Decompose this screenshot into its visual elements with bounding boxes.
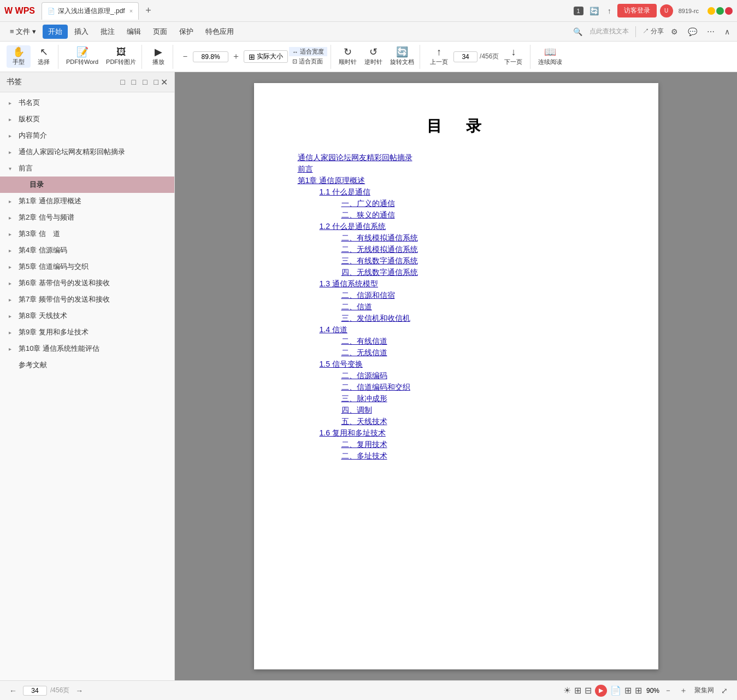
toc-entry-24[interactable]: 1.6 复用和多址技术 bbox=[298, 428, 615, 438]
collapse-icon[interactable]: ∧ bbox=[722, 26, 733, 37]
visit-login-button[interactable]: 访客登录 bbox=[617, 4, 657, 17]
toc-entry-16[interactable]: 二、有线信道 bbox=[298, 337, 615, 346]
toc-entry-14[interactable]: 三、发信机和收信机 bbox=[298, 314, 615, 323]
toc-entry-20[interactable]: 二、信道编码和交织 bbox=[298, 383, 615, 392]
select-tool-button[interactable]: ↖ 选择 bbox=[32, 45, 56, 68]
sidebar-item-12[interactable]: ▸第7章 频带信号的发送和接收 bbox=[0, 291, 174, 308]
fullscreen-button[interactable]: ⤢ bbox=[718, 685, 730, 696]
toc-entry-9[interactable]: 三、有线数字通信系统 bbox=[298, 256, 615, 266]
sidebar-item-4[interactable]: ▾前言 bbox=[0, 160, 174, 177]
toc-entry-10[interactable]: 四、无线数字通信系统 bbox=[298, 268, 615, 278]
menu-protect[interactable]: 保护 bbox=[174, 25, 199, 39]
clockwise-button[interactable]: ↻ 顺时针 bbox=[335, 45, 360, 68]
play-button[interactable]: ▶ 播放 bbox=[146, 45, 170, 68]
toc-entry-8[interactable]: 二、无线模拟通信系统 bbox=[298, 245, 615, 255]
toc-entry-23[interactable]: 五、天线技术 bbox=[298, 417, 615, 427]
zoom-input[interactable] bbox=[193, 51, 228, 62]
toc-entry-17[interactable]: 二、无线信道 bbox=[298, 348, 615, 358]
share-button[interactable]: ↗ 分享 bbox=[642, 27, 664, 36]
sidebar-item-9[interactable]: ▸第4章 信源编码 bbox=[0, 242, 174, 258]
sidebar-item-0[interactable]: ▸书名页 bbox=[0, 95, 174, 111]
sidebar-close-button[interactable]: ✕ bbox=[161, 77, 168, 87]
toc-entry-22[interactable]: 四、调制 bbox=[298, 405, 615, 415]
menu-comment[interactable]: 批注 bbox=[95, 25, 120, 39]
toc-entry-18[interactable]: 1.5 信号变换 bbox=[298, 360, 615, 369]
close-button[interactable] bbox=[725, 7, 733, 15]
toc-entry-5[interactable]: 二、狭义的通信 bbox=[298, 210, 615, 220]
zoom-decrease-button[interactable]: － bbox=[662, 685, 675, 697]
status-book-icon[interactable]: 📄 bbox=[610, 685, 621, 696]
minimize-button[interactable] bbox=[707, 7, 715, 15]
sidebar-item-15[interactable]: ▸第10章 通信系统性能评估 bbox=[0, 340, 174, 357]
status-grid-icon[interactable]: ⊞ bbox=[574, 685, 581, 696]
sidebar-item-10[interactable]: ▸第5章 信道编码与交织 bbox=[0, 258, 174, 275]
toc-entry-19[interactable]: 二、信源编码 bbox=[298, 371, 615, 381]
toc-entry-1[interactable]: 前言 bbox=[298, 164, 615, 174]
toc-entry-21[interactable]: 三、脉冲成形 bbox=[298, 394, 615, 404]
sidebar-icon2[interactable]: □ bbox=[129, 77, 138, 87]
status-play-icon[interactable]: ▶ bbox=[595, 685, 607, 697]
actual-size-button[interactable]: ⊞ 实际大小 bbox=[244, 50, 288, 63]
status-page-input[interactable] bbox=[23, 686, 47, 696]
settings-icon[interactable]: ⚙ bbox=[668, 26, 681, 37]
toc-entry-7[interactable]: 二、有线模拟通信系统 bbox=[298, 233, 615, 243]
new-tab-button[interactable]: + bbox=[141, 5, 156, 16]
sidebar-item-3[interactable]: ▸通信人家园论坛网友精彩回帖摘录 bbox=[0, 144, 174, 160]
titlebar-icon1[interactable]: 🔄 bbox=[587, 5, 602, 16]
menu-insert[interactable]: 插入 bbox=[69, 25, 94, 39]
sidebar-icon4[interactable]: □ bbox=[152, 77, 161, 87]
sidebar-icon1[interactable]: □ bbox=[118, 77, 127, 87]
toc-entry-11[interactable]: 1.3 通信系统模型 bbox=[298, 279, 615, 289]
chat-icon[interactable]: 💬 bbox=[685, 26, 700, 37]
toc-entry-26[interactable]: 二、多址技术 bbox=[298, 451, 615, 461]
toc-entry-2[interactable]: 第1章 通信原理概述 bbox=[298, 176, 615, 186]
pdf-to-img-button[interactable]: 🖼 PDF转图片 bbox=[103, 45, 139, 68]
menu-special[interactable]: 特色应用 bbox=[200, 25, 239, 39]
sidebar-item-7[interactable]: ▸第2章 信号与频谱 bbox=[0, 209, 174, 226]
sidebar-item-11[interactable]: ▸第6章 基带信号的发送和接收 bbox=[0, 275, 174, 291]
status-sun-icon[interactable]: ☀ bbox=[563, 685, 571, 696]
status-col3-icon[interactable]: ⊞ bbox=[635, 685, 642, 696]
status-col2-icon[interactable]: ⊞ bbox=[624, 685, 632, 696]
sidebar-item-1[interactable]: ▸版权页 bbox=[0, 111, 174, 127]
rotate-doc-button[interactable]: 🔄 旋转文档 bbox=[387, 45, 417, 68]
sidebar-item-2[interactable]: ▸内容简介 bbox=[0, 127, 174, 144]
menu-page[interactable]: 页面 bbox=[148, 25, 173, 39]
menu-edit[interactable]: 编辑 bbox=[121, 25, 146, 39]
search-placeholder-text[interactable]: 点此查找文本 bbox=[589, 27, 629, 36]
maximize-button[interactable] bbox=[716, 7, 724, 15]
pdf-to-word-button[interactable]: 📝 PDF转Word bbox=[63, 45, 102, 68]
sidebar-item-13[interactable]: ▸第8章 天线技术 bbox=[0, 308, 174, 324]
sidebar-item-6[interactable]: ▸第1章 通信原理概述 bbox=[0, 193, 174, 209]
counter-button[interactable]: ↺ 逆时针 bbox=[361, 45, 386, 68]
toc-entry-3[interactable]: 1.1 什么是通信 bbox=[298, 187, 615, 197]
zoom-out-button[interactable]: － bbox=[179, 50, 192, 63]
menu-file[interactable]: ≡ 文件 ▾ bbox=[4, 25, 42, 39]
fit-width-button[interactable]: ↔ 适合宽度 bbox=[289, 47, 327, 56]
tab-close-button[interactable]: × bbox=[129, 8, 133, 14]
toc-entry-4[interactable]: 一、广义的通信 bbox=[298, 199, 615, 209]
page-number-input[interactable] bbox=[453, 51, 477, 62]
toc-entry-12[interactable]: 二、信源和信宿 bbox=[298, 291, 615, 301]
sidebar-item-8[interactable]: ▸第3章 信 道 bbox=[0, 226, 174, 242]
toc-entry-0[interactable]: 通信人家园论坛网友精彩回帖摘录 bbox=[298, 153, 615, 163]
titlebar-icon2[interactable]: ↑ bbox=[605, 5, 614, 16]
status-split-icon[interactable]: ⊟ bbox=[585, 685, 592, 696]
zoom-in-button[interactable]: ＋ bbox=[229, 50, 243, 63]
next-page-button[interactable]: ↓ 下一页 bbox=[501, 45, 526, 68]
toc-entry-15[interactable]: 1.4 信道 bbox=[298, 325, 615, 335]
toc-entry-13[interactable]: 二、信道 bbox=[298, 302, 615, 312]
more-icon[interactable]: ⋯ bbox=[704, 26, 717, 37]
status-next-button[interactable]: → bbox=[73, 685, 86, 696]
reading-mode-button[interactable]: 📖 连续阅读 bbox=[535, 45, 565, 68]
sidebar-icon3[interactable]: □ bbox=[140, 77, 149, 87]
sidebar-item-16[interactable]: 参考文献 bbox=[0, 357, 174, 373]
status-prev-button[interactable]: ← bbox=[7, 685, 20, 696]
pdf-tab[interactable]: 📄 深入浅出通信原理_.pdf × bbox=[42, 2, 139, 20]
toc-entry-25[interactable]: 二、复用技术 bbox=[298, 440, 615, 450]
sidebar-item-5[interactable]: 目录 bbox=[0, 177, 174, 193]
menu-home[interactable]: 开始 bbox=[43, 25, 68, 39]
fit-page-button[interactable]: ⊡ 适合页面 bbox=[289, 57, 327, 66]
sidebar-item-14[interactable]: ▸第9章 复用和多址技术 bbox=[0, 324, 174, 340]
prev-page-button[interactable]: ↑ 上一页 bbox=[427, 45, 451, 68]
